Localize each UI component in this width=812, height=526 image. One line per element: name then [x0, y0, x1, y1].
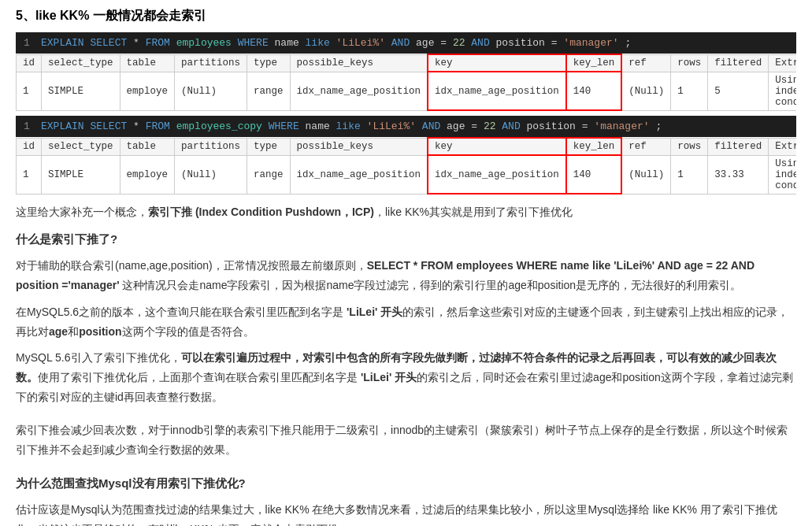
col-key: key — [428, 54, 566, 72]
col-table-2: table — [120, 138, 175, 155]
col-extra: Extra — [769, 54, 796, 72]
code-text: EXPLAIN SELECT * FROM employees WHERE na… — [41, 37, 631, 49]
table-row-2: 1 SIMPLE employe (Null) range idx_name_a… — [17, 155, 797, 194]
col-id-2: id — [17, 138, 42, 155]
col-partitions: partitions — [175, 54, 247, 72]
col-select-type-2: select_type — [42, 138, 121, 155]
col-select-type: select_type — [42, 54, 121, 72]
col-ref: ref — [621, 54, 671, 72]
col-ref-2: ref — [621, 138, 671, 155]
col-filtered-2: filtered — [708, 138, 769, 155]
query2-code: 1 EXPLAIN SELECT * FROM employees_copy W… — [16, 116, 796, 137]
col-id: id — [17, 54, 42, 72]
query1-code: 1 EXPLAIN SELECT * FROM employees WHERE … — [16, 32, 796, 54]
line-num-2: 1 — [24, 120, 36, 132]
query1-block: 1 EXPLAIN SELECT * FROM employees WHERE … — [16, 32, 796, 111]
query2-table: id select_type table partitions type pos… — [16, 137, 796, 194]
paragraph-explain-icp: 对于辅助的联合索引(name,age,position)，正常情况按照最左前缀原… — [16, 256, 796, 295]
col-key-len-2: key_len — [566, 138, 622, 155]
col-rows: rows — [671, 54, 708, 72]
code-text-2: EXPLAIN SELECT * FROM employees_copy WHE… — [41, 120, 662, 132]
paragraph-why-explain: 估计应该是Mysql认为范围查找过滤的结果集过大，like KK% 在绝大多数情… — [16, 500, 796, 526]
col-extra-2: Extra — [769, 138, 796, 155]
section-title: 5、like KK% 一般情况都会走索引 — [16, 8, 796, 24]
col-filtered: filtered — [708, 54, 769, 72]
col-key-2: key — [428, 138, 566, 155]
paragraph-what-title: 什么是索引下推了? — [16, 228, 796, 250]
col-type-2: type — [247, 138, 291, 155]
paragraph-mysql56-icp: MySQL 5.6引入了索引下推优化，可以在索引遍历过程中，对索引中包含的所有字… — [16, 348, 796, 408]
query2-table-container: id select_type table partitions type pos… — [16, 137, 796, 194]
paragraph-mysql56-before: 在MySQL5.6之前的版本，这个查询只能在联合索引里匹配到名字是 'LiLei… — [16, 302, 796, 342]
query1-table-container: id select_type table partitions type pos… — [16, 54, 796, 111]
paragraph-icp-intro: 这里给大家补充一个概念，索引下推 (Index Condition Pushdo… — [16, 202, 796, 222]
col-possible-keys-2: possible_keys — [290, 138, 428, 155]
table-row: 1 SIMPLE employe (Null) range idx_name_a… — [17, 72, 797, 110]
col-partitions-2: partitions — [175, 138, 247, 155]
col-possible-keys: possible_keys — [290, 54, 428, 72]
col-rows-2: rows — [671, 138, 708, 155]
col-table: table — [120, 54, 175, 72]
col-key-len: key_len — [566, 54, 622, 72]
paragraph-why-title: 为什么范围查找Mysql没有用索引下推优化? — [16, 472, 796, 494]
line-num: 1 — [24, 37, 36, 49]
col-type: type — [247, 54, 291, 72]
text-block: 这里给大家补充一个概念，索引下推 (Index Condition Pushdo… — [16, 202, 796, 526]
query1-table: id select_type table partitions type pos… — [16, 54, 796, 111]
paragraph-reduce-backtrack: 索引下推会减少回表次数，对于innodb引擎的表索引下推只能用于二级索引，inn… — [16, 420, 796, 460]
query2-block: 1 EXPLAIN SELECT * FROM employees_copy W… — [16, 116, 796, 194]
